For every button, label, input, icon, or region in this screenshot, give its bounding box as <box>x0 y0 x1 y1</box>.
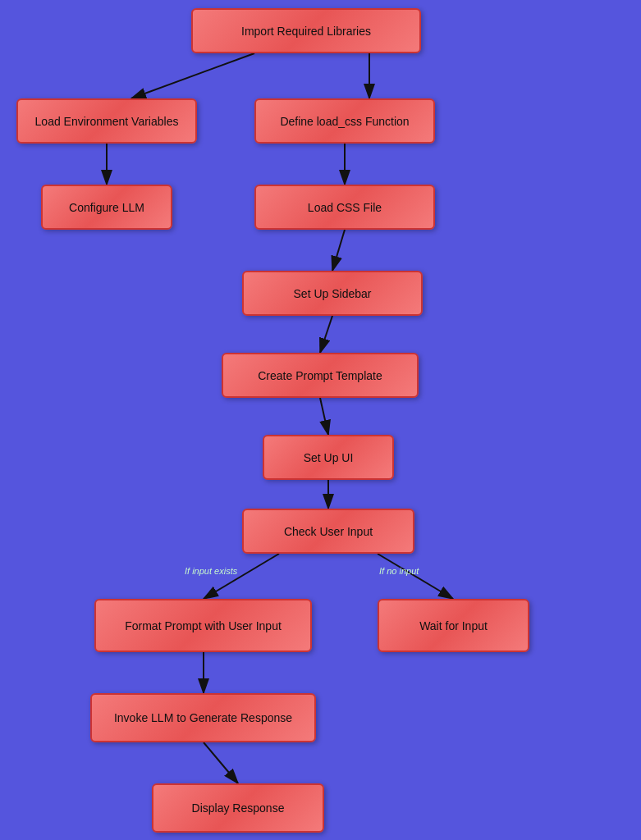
svg-line-10 <box>378 554 453 599</box>
node-display-response: Display Response <box>152 783 324 833</box>
node-configure-llm: Configure LLM <box>41 185 172 230</box>
node-invoke-llm: Invoke LLM to Generate Response <box>90 693 316 742</box>
label-if-no-input: If no input <box>379 566 419 576</box>
node-wait-for-input: Wait for Input <box>378 599 529 652</box>
label-if-input-exists: If input exists <box>185 566 237 576</box>
flowchart: Import Required Libraries Load Environme… <box>0 0 641 840</box>
svg-line-5 <box>332 230 345 271</box>
node-format-prompt: Format Prompt with User Input <box>94 599 312 652</box>
node-setup-sidebar: Set Up Sidebar <box>242 271 423 316</box>
node-check-user-input: Check User Input <box>242 509 414 554</box>
node-setup-ui: Set Up UI <box>263 435 394 480</box>
svg-line-7 <box>320 398 328 435</box>
node-define-load-css: Define load_css Function <box>254 98 435 144</box>
svg-line-12 <box>204 742 238 783</box>
node-import-libraries: Import Required Libraries <box>191 8 421 53</box>
svg-line-9 <box>204 554 279 599</box>
node-create-prompt-template: Create Prompt Template <box>222 353 419 398</box>
node-load-env: Load Environment Variables <box>16 98 197 144</box>
node-load-css-file: Load CSS File <box>254 185 435 230</box>
svg-line-6 <box>320 316 332 353</box>
svg-line-1 <box>131 53 254 98</box>
